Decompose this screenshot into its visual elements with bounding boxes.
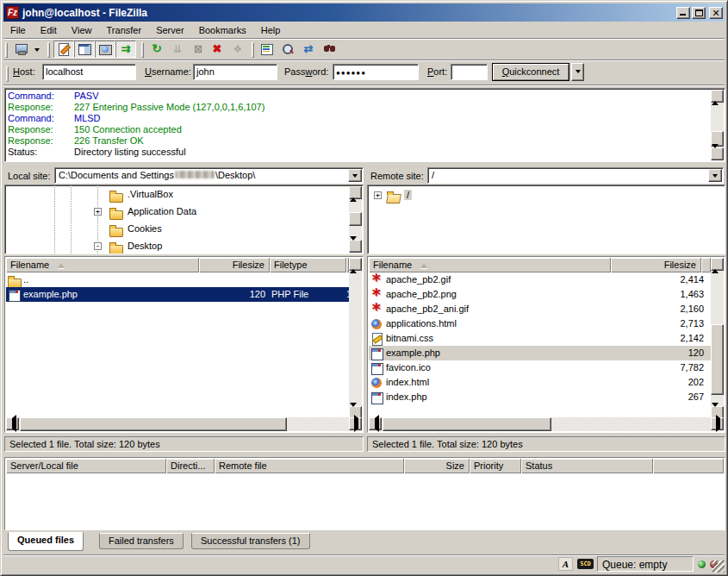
expand-plus-icon[interactable]: +	[94, 208, 102, 216]
column-header-remote-file[interactable]: Remote file	[215, 459, 404, 473]
tab-failed-transfers[interactable]: Failed transfers	[99, 533, 184, 549]
scroll-up-button[interactable]	[711, 90, 724, 103]
tree-item-desktop[interactable]: - Desktop	[5, 238, 363, 254]
column-header-filename[interactable]: Filename	[369, 258, 611, 272]
log-scrollbar[interactable]	[711, 90, 724, 160]
toggle-remote-tree-button[interactable]	[95, 41, 115, 58]
scroll-right-button[interactable]	[349, 417, 362, 430]
column-header-server-local-file[interactable]: Server/Local file	[6, 459, 166, 473]
column-header-filesize[interactable]: Filesize	[611, 258, 701, 272]
synchronized-browsing-button[interactable]: ⇄	[299, 41, 318, 58]
scroll-left-button[interactable]	[369, 417, 382, 430]
file-row[interactable]: apache_pb2.gif2,414	[369, 272, 711, 287]
toggle-transfer-queue-button[interactable]: ⇉	[115, 41, 136, 58]
scroll-right-button[interactable]	[711, 417, 724, 430]
host-input[interactable]: localhost	[42, 64, 136, 80]
quickconnect-dropdown-button[interactable]	[571, 63, 584, 81]
reconnect-icon: ❖	[231, 42, 245, 56]
tree-item-cookies[interactable]: Cookies	[5, 221, 363, 238]
menu-bookmarks[interactable]: Bookmarks	[193, 22, 252, 38]
toggle-local-tree-button[interactable]	[74, 41, 95, 58]
file-row-parent-dir[interactable]: ..	[6, 272, 349, 287]
process-queue-button[interactable]: ⇊	[168, 41, 187, 58]
local-list-vscrollbar[interactable]	[349, 258, 362, 419]
scroll-thumb[interactable]	[383, 417, 551, 431]
arrow-left-icon	[9, 415, 16, 432]
local-list-hscrollbar[interactable]	[6, 417, 362, 431]
remote-list-vscrollbar[interactable]	[711, 258, 724, 419]
quickconnect-button[interactable]: Quickconnect	[492, 63, 569, 81]
scroll-down-button[interactable]	[349, 240, 362, 253]
scroll-left-button[interactable]	[6, 417, 19, 430]
directory-listing-filters-button[interactable]	[258, 41, 277, 58]
file-row-selected[interactable]: example.php 120 PHP File 1	[6, 287, 349, 302]
find-files-button[interactable]	[320, 41, 339, 58]
remote-file-list: Filename Filesize apache_pb2.gif2,414 ap…	[367, 256, 725, 433]
reconnect-button[interactable]: ❖	[228, 41, 247, 58]
menu-help[interactable]: Help	[255, 22, 287, 38]
password-input[interactable]: ●●●●●●	[333, 64, 419, 80]
file-row[interactable]: favicon.ico7,782	[369, 360, 711, 375]
tree-item-root[interactable]: + /	[368, 187, 725, 204]
file-row[interactable]: apache_pb2.png1,463	[369, 287, 711, 302]
column-header-size[interactable]: Size	[404, 459, 470, 473]
menu-transfer[interactable]: Transfer	[101, 22, 148, 38]
scroll-up-button[interactable]	[711, 258, 724, 271]
arrow-right-icon	[716, 415, 724, 432]
minimize-button[interactable]	[676, 7, 690, 19]
file-row[interactable]: applications.html2,713	[369, 316, 711, 331]
site-manager-button[interactable]	[12, 41, 31, 58]
tree-item-virtualbox[interactable]: .VirtualBox	[5, 186, 363, 203]
disconnect-button[interactable]: ✖	[208, 41, 227, 58]
scroll-up-button[interactable]	[349, 258, 362, 271]
column-header-filename[interactable]: Filename	[6, 258, 199, 272]
maximize-button[interactable]	[692, 7, 706, 19]
menu-edit[interactable]: Edit	[34, 22, 63, 38]
cancel-operation-button[interactable]: ⊠	[189, 41, 208, 58]
collapse-minus-icon[interactable]: -	[94, 242, 102, 250]
column-header-priority[interactable]: Priority	[470, 459, 521, 473]
speed-limit-icon[interactable]: SCD	[577, 559, 594, 569]
menu-file[interactable]: File	[4, 22, 32, 38]
ascii-data-type-icon[interactable]: A	[558, 557, 573, 571]
file-row[interactable]: apache_pb2_ani.gif2,160	[369, 302, 711, 316]
toggle-message-log-button[interactable]	[53, 41, 74, 58]
port-input[interactable]	[451, 64, 488, 80]
local-selection-status: Selected 1 file. Total size: 120 bytes	[4, 436, 364, 452]
toolbar-grip[interactable]	[5, 42, 8, 58]
file-row-selected[interactable]: example.php120	[369, 346, 711, 360]
tab-successful-transfers[interactable]: Successful transfers (1)	[191, 533, 310, 549]
column-header-status[interactable]: Status	[521, 459, 653, 473]
file-row[interactable]: index.php267	[369, 390, 711, 404]
scroll-down-button[interactable]	[711, 147, 724, 160]
expand-plus-icon[interactable]: +	[374, 191, 382, 199]
column-header-direction[interactable]: Directi...	[166, 459, 215, 473]
scroll-thumb[interactable]	[20, 417, 287, 431]
resize-grip[interactable]	[712, 560, 725, 573]
remote-list-hscrollbar[interactable]	[369, 417, 724, 431]
local-combo-dropdown[interactable]	[348, 169, 362, 182]
column-header-filetype[interactable]: Filetype	[270, 258, 346, 272]
close-button[interactable]: ✕	[709, 7, 723, 19]
file-row[interactable]: index.html202	[369, 375, 711, 390]
scroll-up-button[interactable]	[349, 186, 362, 199]
remote-site-combo[interactable]: /	[427, 167, 724, 184]
menu-server[interactable]: Server	[150, 22, 190, 38]
file-row[interactable]: bitnami.css2,142	[369, 331, 711, 346]
local-tree-scrollbar[interactable]	[349, 186, 362, 253]
site-manager-dropdown-button[interactable]	[31, 41, 42, 58]
local-site-combo[interactable]: C:\Documents and Settings\Desktop\	[54, 167, 364, 184]
folder-icon	[109, 223, 123, 235]
title-bar[interactable]: Fz john@localhost - FileZilla ✕	[3, 3, 725, 22]
refresh-button[interactable]: ↻	[147, 41, 166, 58]
quickbar-grip[interactable]	[6, 66, 9, 82]
scroll-thumb[interactable]	[349, 212, 362, 226]
directory-comparison-button[interactable]	[278, 41, 297, 58]
username-input[interactable]: john	[193, 64, 277, 80]
tab-queued-files[interactable]: Queued files	[8, 532, 84, 551]
tree-item-application-data[interactable]: + Application Data	[5, 203, 363, 221]
scroll-thumb[interactable]	[711, 324, 724, 395]
remote-combo-dropdown[interactable]	[708, 169, 722, 182]
menu-view[interactable]: View	[65, 22, 98, 38]
column-header-filesize[interactable]: Filesize	[199, 258, 270, 272]
